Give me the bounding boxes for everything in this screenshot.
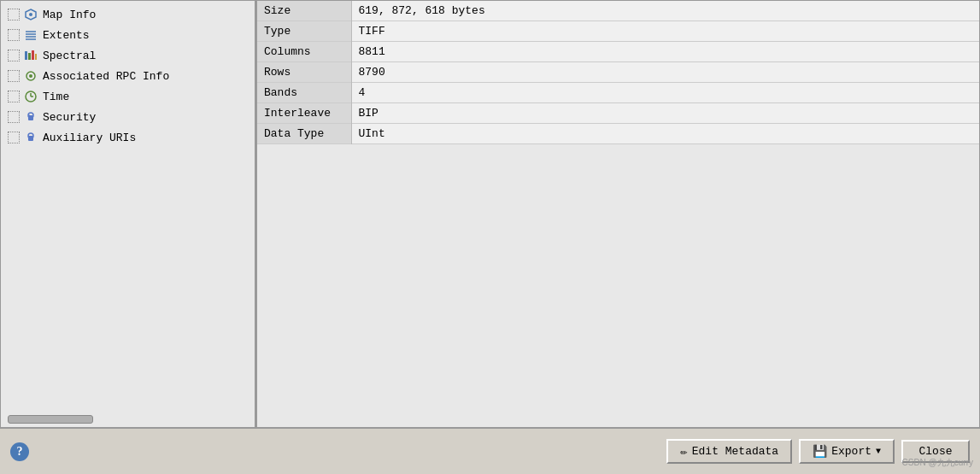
main-container: Map Info Extents bbox=[0, 0, 980, 474]
security-dot bbox=[8, 111, 20, 123]
property-key: Data Type bbox=[257, 124, 351, 144]
bottom-bar: ? ✏️ Edit Metadata 💾 Export ▼ Close bbox=[0, 428, 980, 474]
svg-rect-8 bbox=[32, 50, 34, 60]
table-row: TypeTIFF bbox=[257, 21, 979, 42]
sidebar-item-label-map-info: Map Info bbox=[43, 9, 96, 21]
edit-metadata-label: Edit Metadata bbox=[692, 445, 778, 458]
export-dropdown-icon: ▼ bbox=[876, 447, 881, 456]
spectral-icon bbox=[22, 48, 39, 63]
table-row: Bands4 bbox=[257, 83, 979, 103]
close-label: Close bbox=[918, 445, 952, 458]
sidebar: Map Info Extents bbox=[0, 0, 256, 428]
sidebar-item-auxiliary[interactable]: Auxiliary URIs bbox=[1, 127, 255, 148]
bottom-left: ? bbox=[10, 442, 29, 461]
right-panel: Size619, 872, 618 bytesTypeTIFFColumns88… bbox=[256, 0, 980, 428]
table-row: InterleaveBIP bbox=[257, 103, 979, 124]
svg-rect-9 bbox=[35, 54, 37, 60]
property-key: Columns bbox=[257, 42, 351, 62]
property-key: Size bbox=[257, 1, 351, 21]
sidebar-scrollbar[interactable] bbox=[8, 415, 93, 424]
security-icon bbox=[22, 109, 39, 125]
property-value: 8811 bbox=[351, 42, 979, 62]
property-value: UInt bbox=[351, 124, 979, 144]
svg-point-1 bbox=[29, 13, 32, 16]
edit-metadata-button[interactable]: ✏️ Edit Metadata bbox=[666, 439, 792, 464]
sidebar-item-extents[interactable]: Extents bbox=[1, 25, 255, 45]
sidebar-item-label-security: Security bbox=[43, 111, 96, 124]
rpc-dot bbox=[8, 70, 20, 82]
sidebar-item-spectral[interactable]: Spectral bbox=[1, 45, 255, 66]
sidebar-item-map-info[interactable]: Map Info bbox=[1, 4, 255, 25]
properties-data-table: Size619, 872, 618 bytesTypeTIFFColumns88… bbox=[257, 1, 979, 144]
table-row: Columns8811 bbox=[257, 42, 979, 62]
sidebar-item-label-time: Time bbox=[43, 91, 69, 103]
export-button[interactable]: 💾 Export ▼ bbox=[799, 439, 895, 464]
sidebar-item-security[interactable]: Security bbox=[1, 107, 255, 127]
watermark: CSDN @九九curry bbox=[902, 457, 974, 469]
rpc-icon bbox=[22, 68, 39, 84]
export-icon: 💾 bbox=[813, 444, 827, 459]
sidebar-list: Map Info Extents bbox=[1, 1, 255, 412]
content-area: Map Info Extents bbox=[0, 0, 980, 428]
property-value: 619, 872, 618 bytes bbox=[351, 1, 979, 21]
map-info-dot bbox=[8, 9, 20, 20]
property-key: Rows bbox=[257, 62, 351, 83]
spectral-dot bbox=[8, 50, 20, 61]
auxiliary-icon bbox=[22, 130, 39, 145]
sidebar-item-time[interactable]: Time bbox=[1, 86, 255, 107]
sidebar-item-label-spectral: Spectral bbox=[43, 50, 96, 62]
table-row: Data TypeUInt bbox=[257, 124, 979, 144]
extents-dot bbox=[8, 29, 20, 41]
svg-rect-19 bbox=[28, 136, 33, 141]
property-key: Interleave bbox=[257, 103, 351, 124]
property-value: 8790 bbox=[351, 62, 979, 83]
extents-icon bbox=[22, 27, 39, 43]
property-key: Type bbox=[257, 21, 351, 42]
property-value: 4 bbox=[351, 83, 979, 103]
export-label: Export bbox=[831, 445, 871, 458]
map-icon bbox=[22, 7, 39, 22]
edit-icon: ✏️ bbox=[680, 444, 687, 459]
property-value: TIFF bbox=[351, 21, 979, 42]
properties-table: Size619, 872, 618 bytesTypeTIFFColumns88… bbox=[257, 1, 979, 427]
sidebar-item-label-rpc: Associated RPC Info bbox=[43, 70, 169, 83]
sidebar-scrollbar-area bbox=[1, 412, 255, 427]
svg-rect-7 bbox=[28, 53, 31, 60]
svg-rect-6 bbox=[25, 51, 27, 60]
sidebar-item-label-extents: Extents bbox=[43, 29, 90, 42]
auxiliary-dot bbox=[8, 132, 20, 143]
time-dot bbox=[8, 91, 20, 102]
sidebar-item-rpc[interactable]: Associated RPC Info bbox=[1, 66, 255, 86]
table-row: Rows8790 bbox=[257, 62, 979, 83]
property-value: BIP bbox=[351, 103, 979, 124]
help-button[interactable]: ? bbox=[10, 442, 29, 461]
svg-point-11 bbox=[29, 74, 32, 78]
property-key: Bands bbox=[257, 83, 351, 103]
time-icon bbox=[22, 89, 39, 104]
table-row: Size619, 872, 618 bytes bbox=[257, 1, 979, 21]
sidebar-item-label-auxiliary: Auxiliary URIs bbox=[43, 132, 136, 144]
